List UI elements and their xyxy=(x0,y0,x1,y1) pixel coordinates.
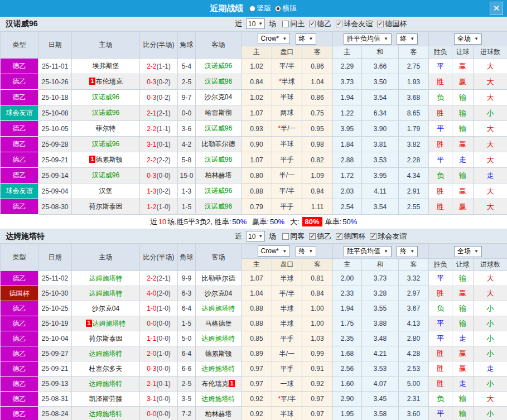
avg-home-odds: 2.33 xyxy=(333,286,362,301)
home-team-name: 达姆施塔特 xyxy=(89,274,123,282)
match-row: 德乙25-10-18汉诺威960-3(0-2)9-7沙尔克041.02半球0.8… xyxy=(1,90,507,105)
result-handicap: 输 xyxy=(452,168,474,184)
result-handicap: 输 xyxy=(452,90,474,105)
crow-home-odds: 0.85 xyxy=(242,331,272,346)
home-team-name: 达姆施塔特 xyxy=(89,380,123,388)
col-home: 主场 xyxy=(72,244,140,271)
avg-draw-odds: 3.28 xyxy=(362,286,399,301)
half-time-score: (1-0) xyxy=(157,350,171,358)
league-label-cup: 德国杯 xyxy=(385,19,407,29)
col-crow-home: 主 xyxy=(242,259,272,271)
vertical-layout-radio[interactable] xyxy=(249,6,255,12)
full-time-score: 2-2 xyxy=(147,62,156,70)
half-time-score: (0-1) xyxy=(157,380,171,388)
col-crow-home: 主 xyxy=(242,46,272,59)
league-checkbox-cup[interactable] xyxy=(336,233,342,240)
half-time-score: (1-0) xyxy=(157,305,171,312)
avg-final-select[interactable]: 终▼ xyxy=(397,246,418,257)
handicap-line: 半球 xyxy=(272,137,302,152)
home-team-name: 凯泽斯劳滕 xyxy=(89,395,123,403)
avg-draw-odds: 3.90 xyxy=(362,121,399,137)
result-goals: 小 xyxy=(474,301,507,316)
league-checkbox-friendly[interactable] xyxy=(370,233,376,240)
col-avg-home: 主 xyxy=(333,46,362,59)
corner-score: 6-6 xyxy=(178,361,196,376)
avg-final-select[interactable]: 终▼ xyxy=(397,33,418,45)
match-row: 德乙25-09-14汉诺威960-3(0-0)15-0柏林赫塔0.80半/一1.… xyxy=(1,168,507,184)
col-type: 类型 xyxy=(1,244,38,271)
recent-label: 近 xyxy=(235,19,242,29)
handicap-line: 半球 xyxy=(272,90,302,105)
half-time-score: (0-2) xyxy=(157,94,171,102)
avg-home-odds: 2.88 xyxy=(333,152,362,168)
league-checkbox-de2[interactable] xyxy=(309,21,316,27)
same-away-checkbox[interactable] xyxy=(282,233,289,240)
result-handicap: 赢 xyxy=(452,59,474,74)
scope-select[interactable]: 全场▼ xyxy=(454,33,482,45)
result-wdl: 胜 xyxy=(429,346,452,361)
crow-home-odds: 1.07 xyxy=(242,152,272,168)
league-checkbox-de2[interactable] xyxy=(309,233,316,240)
away-team: 达姆施塔特 xyxy=(196,361,242,376)
avg-select[interactable]: 胜平负均值▼ xyxy=(344,33,392,45)
crow-final-select[interactable]: 终▼ xyxy=(296,33,317,45)
away-team-name: 汉诺威96 xyxy=(205,124,232,132)
match-date: 25-08-31 xyxy=(38,392,72,407)
chevron-down-icon: ▼ xyxy=(258,21,263,26)
win-rate: 50% xyxy=(232,218,247,226)
full-time-score: 0-3 xyxy=(147,94,156,102)
match-type: 德乙 xyxy=(1,168,38,184)
match-row: 德乙25-09-211德累斯顿2-2(2-2)5-8汉诺威961.07平手0.8… xyxy=(1,152,507,168)
match-score: 0-0(0-0) xyxy=(140,407,178,420)
crow-away-odds: 0.75 xyxy=(302,105,333,121)
league-label-friendly: 球会友谊 xyxy=(378,231,407,242)
avg-away-odds: 2.97 xyxy=(399,286,429,301)
handicap-line: 半球 xyxy=(272,316,302,331)
half-time-score: (1-1) xyxy=(157,62,171,70)
result-handicap: 输 xyxy=(452,392,474,407)
away-team-name: 汉诺威96 xyxy=(205,78,232,85)
close-button[interactable]: ✕ xyxy=(490,2,503,15)
away-team-name: 沙尔克04 xyxy=(205,93,232,101)
league-checkbox-friendly[interactable] xyxy=(336,21,342,27)
crow-final-select[interactable]: 终▼ xyxy=(296,246,317,257)
col-wdl: 胜负 xyxy=(429,46,452,59)
avg-home-odds: 2.56 xyxy=(333,361,362,376)
avg-select[interactable]: 胜平负均值▼ xyxy=(344,246,392,257)
avg-home-odds: 2.29 xyxy=(333,59,362,74)
horizontal-layout-radio[interactable] xyxy=(275,6,281,12)
full-time-score: 4-0 xyxy=(147,289,156,297)
crow-select[interactable]: Crow*▼ xyxy=(258,33,291,44)
recent-label: 近 xyxy=(235,231,242,242)
avg-home-odds: 2.90 xyxy=(333,392,362,407)
match-score: 0-3(0-2) xyxy=(140,74,178,90)
league-checkbox-cup[interactable] xyxy=(377,21,384,27)
full-time-score: 0-0 xyxy=(147,320,156,327)
away-team: 哈雷斯彻 xyxy=(196,105,242,121)
result-wdl: 负 xyxy=(429,301,452,316)
home-team: 汉诺威96 xyxy=(72,137,140,152)
home-team: 埃弗斯堡 xyxy=(72,59,140,74)
result-goals: 大 xyxy=(474,59,507,74)
home-team-name: 沙尔克04 xyxy=(92,305,119,312)
same-home-checkbox[interactable] xyxy=(282,21,289,27)
recent-count-select[interactable]: 10 ▼ xyxy=(246,231,265,242)
match-score: 1-1(0-0) xyxy=(140,331,178,346)
away-team-name: 柏林赫塔 xyxy=(205,410,232,418)
avg-draw-odds: 4.21 xyxy=(362,346,399,361)
scope-select[interactable]: 全场▼ xyxy=(454,246,482,257)
match-date: 25-11-02 xyxy=(38,271,72,286)
home-team-name: 汉诺威96 xyxy=(92,171,119,179)
team-name: 达姆施塔特 xyxy=(0,231,45,242)
crow-select[interactable]: Crow*▼ xyxy=(258,245,291,257)
chevron-down-icon: ▼ xyxy=(384,249,388,254)
away-team-name: 哈雷斯彻 xyxy=(205,109,232,117)
result-wdl: 负 xyxy=(429,168,452,184)
recent-count-select[interactable]: 10 ▼ xyxy=(246,18,265,29)
games-label: 场 xyxy=(269,19,276,29)
chevron-down-icon: ▼ xyxy=(309,249,313,254)
result-wdl: 平 xyxy=(429,59,452,74)
col-date: 日期 xyxy=(38,244,72,271)
match-row: 球会友谊25-09-04汉堡1-3(0-2)1-3汉诺威960.88平/半0.9… xyxy=(1,184,507,199)
result-handicap: 走 xyxy=(452,376,474,392)
